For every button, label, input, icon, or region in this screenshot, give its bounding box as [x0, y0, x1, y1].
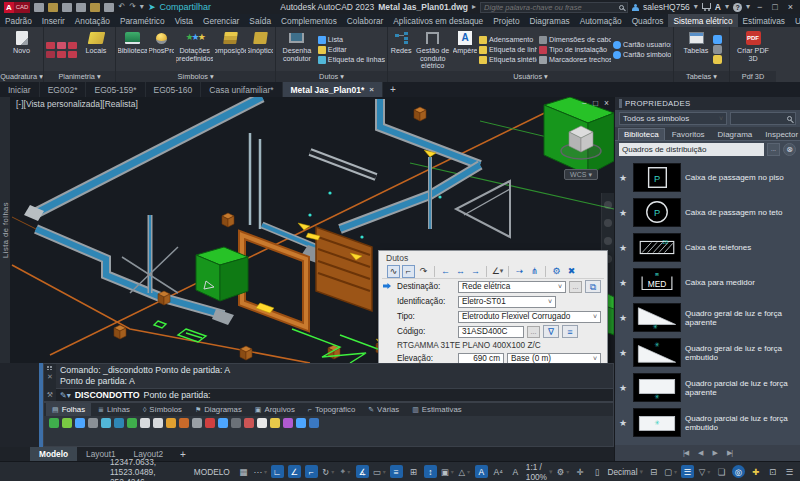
viewport-close-icon[interactable]: ×	[604, 98, 609, 108]
save-as-icon[interactable]	[76, 3, 86, 12]
tab-modelo[interactable]: Modelo	[30, 447, 77, 461]
sheet-tool-icon[interactable]	[205, 418, 215, 428]
sheet-tool-icon[interactable]	[309, 418, 319, 428]
sheet-tool-icon[interactable]	[62, 418, 72, 428]
tab-automacao[interactable]: Automação	[575, 14, 627, 27]
cancel-icon[interactable]: ✖	[565, 265, 578, 278]
tab-utilidade[interactable]: Utilidade	[790, 14, 800, 27]
grid-toggle-icon[interactable]: ▦	[237, 465, 250, 478]
favorite-star-icon[interactable]: ★	[619, 313, 629, 323]
planimetria-tools[interactable]	[46, 28, 77, 71]
destinacao-pick-icon[interactable]: ⧉	[585, 280, 601, 293]
signed-in-user[interactable]: salesHQ756	[643, 2, 690, 12]
tab-iniciar[interactable]: Iniciar	[0, 82, 40, 97]
table-tool-2-icon[interactable]	[713, 45, 722, 54]
tab-padrao[interactable]: Padrão	[0, 14, 37, 27]
lista-button[interactable]: Lista	[318, 35, 385, 44]
help-icon[interactable]: ?	[733, 3, 742, 12]
codigo-browse-button[interactable]: ...	[527, 326, 540, 338]
ampere-button[interactable]: A Ampère	[453, 28, 477, 71]
polar-tracking-icon[interactable]: ⌐	[305, 465, 318, 478]
object-snap-icon[interactable]: ∡	[356, 465, 369, 478]
tab-eg002[interactable]: EG002*	[40, 82, 87, 97]
tab-projeto[interactable]: Projeto	[488, 14, 524, 27]
list-item[interactable]: ★ ✳ Quadro parcial de luz e força aparen…	[617, 370, 798, 405]
add-cross-icon[interactable]: ✚	[749, 465, 762, 478]
desenha-condutor-button[interactable]: Desenha condutor	[278, 28, 316, 71]
tab-estimativas[interactable]: Estimativas	[738, 14, 790, 27]
tab-biblioteca[interactable]: Biblioteca	[618, 128, 665, 140]
viewport-minimize-icon[interactable]: −	[582, 98, 587, 108]
sheet-tool-icon[interactable]	[244, 418, 254, 428]
properties-panel-header[interactable]: PROPRIEDADES	[615, 97, 800, 110]
command-close-icon[interactable]: ✕	[47, 373, 53, 381]
tab-metal-jas-plan01[interactable]: Metal Jas_Plan01*×	[283, 82, 383, 97]
model-space-label[interactable]: MODELO	[194, 467, 230, 477]
arc-mode-icon[interactable]: ↷	[417, 265, 430, 278]
table-tool-3-icon[interactable]	[713, 55, 722, 64]
customization-menu-icon[interactable]: ☰	[783, 465, 796, 478]
tab-eg05-159[interactable]: EG05-159*	[86, 82, 145, 97]
criar-pdf3d-button[interactable]: PDF Criar PDF 3D	[733, 28, 773, 71]
tab-favoritos[interactable]: Favoritos	[666, 128, 711, 140]
sheet-tool-icon[interactable]	[283, 418, 293, 428]
command-history[interactable]: Comando: _discondotto Ponto de partida: …	[56, 364, 613, 388]
destinacao-select[interactable]: Rede elétrica˅	[458, 281, 566, 293]
pager-prev-button[interactable]: ◀	[698, 449, 702, 457]
etiqueta-linhas-button[interactable]: Etiqueta de linhas	[318, 55, 385, 64]
command-input-line[interactable]: ✎▾ DISCONDOTTO Ponto de partida:	[56, 388, 613, 401]
favorite-star-icon[interactable]: ★	[619, 418, 629, 428]
tab-diagramas[interactable]: ⚑Diagramas	[189, 403, 248, 416]
tabelas-button[interactable]: Tabelas	[681, 28, 711, 71]
graphics-performance-icon[interactable]: ☰	[681, 465, 694, 478]
dialog-title[interactable]: Dutos	[379, 251, 607, 264]
window-restore-icon[interactable]: □	[769, 2, 780, 12]
favorite-star-icon[interactable]: ★	[619, 383, 629, 393]
new-file-icon[interactable]	[34, 3, 44, 12]
favorite-star-icon[interactable]: ★	[619, 208, 629, 218]
undo-icon[interactable]: ↶	[118, 2, 125, 12]
ortho-mode-icon[interactable]: ⌐	[402, 265, 415, 278]
clean-screen-icon[interactable]: ❏	[715, 465, 728, 478]
group-label-usuarios[interactable]: Usuários ▾	[388, 71, 673, 82]
settings-gear-icon[interactable]: ⚙	[550, 265, 563, 278]
arrow-both-icon[interactable]: ↔	[454, 265, 467, 278]
isodraft-icon[interactable]: ↻▾	[322, 465, 335, 478]
list-item[interactable]: ★ ✳ Quadro geral de luz e força aparente	[617, 300, 798, 335]
list-item[interactable]: ★ P Caixa de passagem no piso	[617, 160, 798, 195]
sheet-tool-icon[interactable]	[127, 418, 137, 428]
group-label-dutos[interactable]: Dutos ▾	[276, 71, 387, 82]
novo-button[interactable]: Novo	[3, 28, 41, 71]
tab-saida[interactable]: Saída	[244, 14, 276, 27]
sheet-tool-icon[interactable]	[49, 418, 59, 428]
sheet-tool-icon[interactable]	[140, 418, 150, 428]
viewport-view-label[interactable]: [-][Vista personalizada][Realista]	[16, 99, 138, 109]
tab-linhas[interactable]: ≣Linhas	[92, 403, 136, 416]
biblioteca-button[interactable]: Biblioteca	[118, 28, 147, 71]
favorite-star-icon[interactable]: ★	[619, 278, 629, 288]
window-close-icon[interactable]: ×	[785, 2, 796, 12]
tab-simbolos[interactable]: ◊Símbolos	[137, 403, 188, 416]
favorite-star-icon[interactable]: ★	[619, 243, 629, 253]
customize-wrench-icon[interactable]: ⚒	[47, 391, 53, 399]
pager-last-button[interactable]: ▶|	[727, 449, 732, 457]
favorite-star-icon[interactable]: ★	[619, 173, 629, 183]
cartao-simbolo-button[interactable]: Cartão simbolo	[613, 50, 671, 59]
redo-icon[interactable]: ↷	[129, 2, 136, 12]
sheet-list-palette-tab[interactable]: Lista de folhas	[0, 97, 10, 363]
fullscreen-icon[interactable]: ⊡	[766, 465, 779, 478]
destinacao-browse-button[interactable]: ...	[569, 281, 582, 293]
cursor-coordinates[interactable]: 12347.0633, 11523.0489, 252.4246	[110, 457, 187, 481]
quick-access-caret-icon[interactable]: ▾	[140, 2, 144, 12]
list-item[interactable]: ★ 28 Caixa de telefones	[617, 230, 798, 265]
tab-anotacao[interactable]: Anotação	[70, 14, 115, 27]
filter-icon[interactable]: ▽▾	[698, 465, 711, 478]
monitor-icon[interactable]: ▢▾	[664, 465, 677, 478]
sheet-tool-icon[interactable]	[296, 418, 306, 428]
cartao-usuarios-button[interactable]: Cartão usuarios	[613, 40, 671, 49]
identificacao-select[interactable]: Eletro-ST01˅	[458, 296, 556, 308]
units-selector[interactable]: Decimal▾	[608, 467, 643, 477]
annotation-scale[interactable]: 1:1 / 100%▾	[526, 462, 553, 481]
pager-next-button[interactable]: ▶	[713, 449, 717, 457]
isolate-objects-icon[interactable]: ◎	[732, 465, 745, 478]
